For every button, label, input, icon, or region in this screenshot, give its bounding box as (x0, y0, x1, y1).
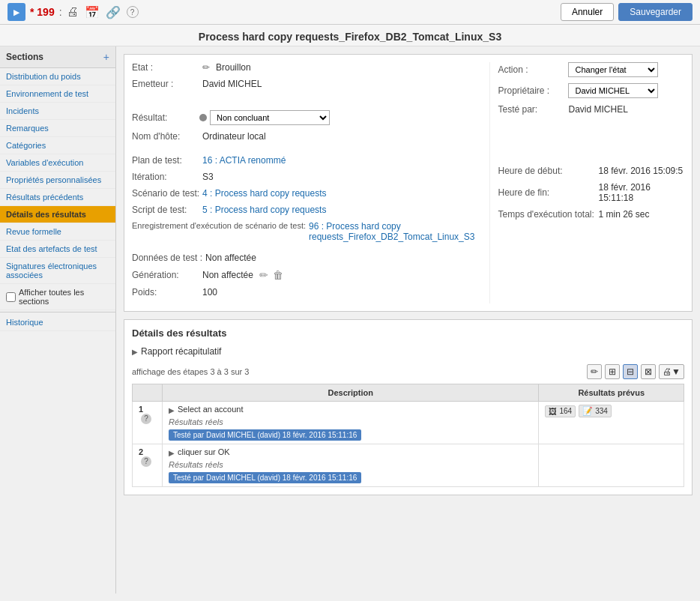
proprietaire-select[interactable]: David MICHEL (568, 83, 658, 98)
step-num-2: 2 (139, 447, 143, 456)
resultat-select[interactable]: Non concluant (210, 110, 330, 125)
cancel-button[interactable]: Annuler (561, 3, 614, 21)
sidebar: Sections + Distribution du poids Environ… (0, 46, 116, 594)
header-colon: : (59, 6, 62, 18)
iteration-label: Itération: (132, 172, 199, 182)
rapport-collapse-row[interactable]: ▶ Rapport récapitulatif (132, 346, 684, 357)
table-row: 2 ? ▶ cliquer sur OK Résultats réels Tes… (133, 444, 684, 487)
details-title: Détails des résultats (132, 327, 684, 339)
script-test-label: Script de test: (132, 205, 199, 215)
nom-hote-label: Nom d'hôte: (132, 131, 199, 142)
teste-par-value: David MICHEL (568, 104, 627, 115)
generation-label: Génération: (132, 270, 199, 280)
enreg-label: Enregistrement d'exécution de scénario d… (132, 221, 306, 230)
step-content-1: ▶ Select an account (169, 405, 532, 414)
proprietaire-row: Propriétaire : David MICHEL (498, 83, 684, 98)
col-resultats-header: Résultats prévus (539, 384, 684, 402)
emetteur-value: David MICHEL (202, 79, 262, 89)
action-row: Action : Changer l'état (498, 62, 684, 77)
scenario-test-link[interactable]: 4 : Process hard copy requests (202, 188, 326, 199)
rapport-label: Rapport récapitulatif (141, 346, 221, 357)
details-section: Détails des résultats ▶ Rapport récapitu… (124, 319, 693, 495)
emetteur-row: Emetteur : David MICHEL (132, 79, 474, 89)
step-arrow-2: ▶ (169, 449, 175, 457)
temps-exec-label: Temps d'exécution total: (498, 209, 595, 220)
sidebar-item-categories[interactable]: Catégories (0, 137, 115, 154)
teste-par-row: Testé par: David MICHEL (498, 104, 684, 115)
sidebar-item-historique[interactable]: Historique (0, 314, 115, 331)
toolbar-print-icon[interactable]: 🖨▼ (659, 364, 684, 379)
plan-test-link[interactable]: 16 : ACTIA renommé (202, 155, 286, 166)
temps-exec-value: 1 min 26 sec (598, 209, 649, 220)
teste-par-label: Testé par: (498, 104, 565, 115)
sidebar-title: Sections (6, 52, 43, 62)
etat-row: Etat : ✏ Brouillon (132, 62, 474, 73)
sidebar-item-afficher-tout[interactable]: Afficher toutes les sections (0, 284, 115, 310)
tested-badge-2: Testé par David MICHEL (david) 18 févr. … (169, 472, 361, 483)
affichage-text: affichage des étapes 3 à 3 sur 3 (132, 367, 249, 376)
heure-fin-value: 18 févr. 2016 15:11:18 (598, 182, 684, 203)
heure-fin-row: Heure de fin: 18 févr. 2016 15:11:18 (498, 182, 684, 203)
header-left: ▶ * 199 : 🖨 📅 🔗 ? (7, 3, 139, 21)
step-desc-text-1: Select an account (178, 405, 243, 414)
sidebar-item-distribution[interactable]: Distribution du poids (0, 68, 115, 85)
toolbar-buttons: ✏ ⊞ ⊟ ⊠ 🖨▼ (587, 364, 684, 379)
badge-img-1: 🖼 164 (545, 405, 576, 417)
sidebar-item-revue[interactable]: Revue formelle (0, 223, 115, 241)
table-toolbar: affichage des étapes 3 à 3 sur 3 ✏ ⊞ ⊟ ⊠… (132, 364, 684, 379)
afficher-tout-checkbox[interactable] (6, 292, 16, 302)
link-icon[interactable]: 🔗 (106, 5, 121, 19)
help-icon[interactable]: ? (127, 6, 139, 18)
step-resultats-cell-2 (539, 444, 684, 487)
generation-edit-icon[interactable]: ✏ (259, 269, 268, 281)
sidebar-item-env[interactable]: Environnement de test (0, 85, 115, 103)
plan-test-row: Plan de test: 16 : ACTIA renommé (132, 155, 474, 166)
step-arrow-1: ▶ (169, 406, 175, 414)
step-desc-text-2: cliquer sur OK (178, 447, 230, 456)
proprietaire-label: Propriétaire : (498, 85, 565, 96)
sidebar-item-incidents[interactable]: Incidents (0, 103, 115, 120)
temps-exec-row: Temps d'exécution total: 1 min 26 sec (498, 209, 684, 220)
badge-note-1: 📝 334 (579, 405, 612, 417)
save-button[interactable]: Sauvegarder (618, 3, 693, 21)
rapport-collapse-arrow: ▶ (132, 348, 138, 356)
form-right: Action : Changer l'état Propriétaire : D… (489, 62, 684, 303)
sidebar-item-signatures[interactable]: Signatures électroniques associées (0, 258, 115, 284)
printer-icon[interactable]: 🖨 (67, 5, 79, 19)
sidebar-separator (0, 312, 115, 312)
sidebar-item-details-resultats[interactable]: Détails des résultats (0, 206, 115, 223)
toolbar-grid1-icon[interactable]: ⊞ (605, 364, 620, 379)
step-resultats-cell-1: 🖼 164 📝 334 (539, 402, 684, 444)
heure-debut-label: Heure de début: (498, 166, 595, 176)
step-description-cell-1: ▶ Select an account Résultats réels Test… (163, 402, 539, 444)
generation-row: Génération: Non affectée ✏ 🗑 (132, 269, 474, 281)
toolbar-grid3-icon[interactable]: ⊠ (641, 364, 656, 379)
enreg-link1[interactable]: 96 : Process hard copy (309, 221, 401, 232)
toolbar-grid2-icon[interactable]: ⊟ (623, 364, 638, 379)
scenario-test-label: Scénario de test: (132, 188, 199, 199)
action-select[interactable]: Changer l'état (568, 62, 658, 77)
sidebar-item-variables[interactable]: Variables d'exécution (0, 154, 115, 172)
col-description-header: Description (163, 384, 539, 402)
plan-test-label: Plan de test: (132, 155, 199, 166)
step-help-1[interactable]: ? (141, 414, 151, 424)
script-test-link[interactable]: 5 : Process hard copy requests (202, 205, 326, 215)
calendar-icon[interactable]: 📅 (85, 5, 100, 19)
emetteur-label: Emetteur : (132, 79, 199, 89)
poids-row: Poids: 100 (132, 287, 474, 298)
step-help-2[interactable]: ? (141, 456, 151, 467)
etat-edit-icon[interactable]: ✏ (202, 62, 210, 73)
sidebar-item-etat-artefacts[interactable]: Etat des artefacts de test (0, 241, 115, 258)
generation-clear-icon[interactable]: 🗑 (273, 269, 283, 281)
content-area: Etat : ✏ Brouillon Emetteur : David MICH… (116, 46, 700, 594)
step-resultats-label-1: Résultats réels Testé par David MICHEL (… (169, 417, 532, 441)
sidebar-item-proprietes[interactable]: Propriétés personnalisées (0, 172, 115, 189)
sidebar-item-remarques[interactable]: Remarques (0, 120, 115, 137)
etat-label: Etat : (132, 62, 199, 73)
toolbar-edit-icon[interactable]: ✏ (587, 364, 602, 379)
donnees-test-label: Données de test : (132, 253, 202, 263)
sidebar-item-resultats-precedents[interactable]: Résultats précédents (0, 189, 115, 206)
sidebar-add-icon[interactable]: + (103, 51, 109, 63)
page-title: Process hard copy requests_Firefox_DB2_T… (0, 25, 700, 46)
enreg-link2[interactable]: requests_Firefox_DB2_Tomcat_Linux_S3 (309, 232, 474, 242)
